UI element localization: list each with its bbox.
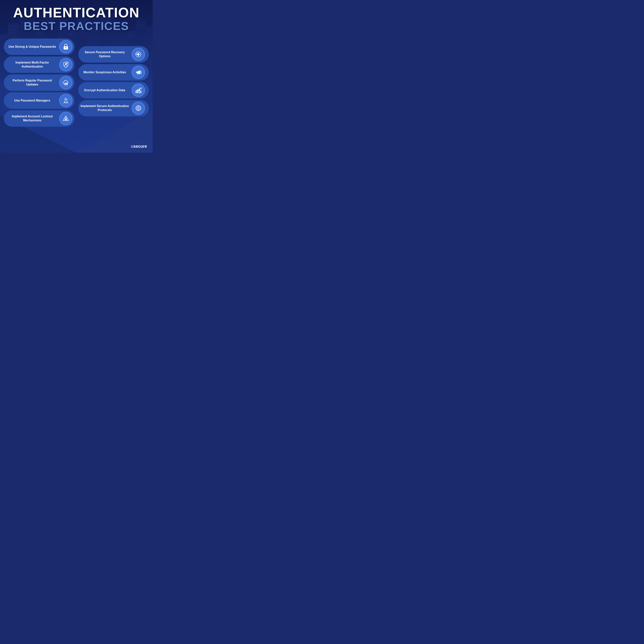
item-encrypt-data-label: Encrypt Authentication Data: [80, 88, 129, 92]
item-secure-protocols: Implement Secure Authentication Protocol…: [78, 100, 149, 116]
globe-icon-circle: [132, 102, 145, 115]
item-monitor-suspicious: Monitor Suspicious Activities: [78, 64, 149, 81]
svg-rect-109: [140, 92, 141, 93]
header-section: AUTHENTICATION BEST PRACTICES: [0, 0, 153, 35]
item-password-managers: Use Password Managers: [4, 92, 74, 109]
right-column: Secure Password Recovery Options Monitor…: [76, 39, 149, 127]
lock-icon: [62, 43, 69, 50]
svg-point-101: [66, 119, 66, 120]
main-container: AUTHENTICATION BEST PRACTICES Use Strong…: [0, 0, 153, 153]
content-area: Use Strong & Unique Passwords Implement …: [0, 37, 153, 129]
cloud-update-icon-circle: UPDATE: [59, 76, 73, 89]
title-line1: AUTHENTICATION: [6, 6, 147, 19]
brand-prefix: u: [131, 144, 133, 149]
gear-people-icon: [62, 97, 69, 104]
left-column: Use Strong & Unique Passwords Implement …: [4, 39, 76, 127]
plus-circle-arrow-icon: [135, 51, 142, 58]
chart-lock-icon-circle: [132, 84, 145, 97]
svg-rect-92: [66, 48, 66, 48]
brand-logo: usecure: [131, 144, 147, 149]
item-strong-passwords-label: Use Strong & Unique Passwords: [8, 45, 57, 49]
item-account-lockout: Implement Account Lockout Mechanisms: [4, 110, 74, 127]
item-secure-protocols-label: Implement Secure Authentication Protocol…: [80, 104, 129, 112]
globe-icon: [135, 105, 142, 112]
chart-lock-icon: [135, 87, 142, 94]
item-password-updates: Perform Regular Password Updates UPDATE: [4, 74, 74, 91]
shield-person-icon-circle: [59, 58, 73, 71]
plus-circle-arrow-icon-circle: [132, 48, 145, 61]
item-mfa-label: Implement Multi-Factor Authentication: [8, 61, 57, 69]
megaphone-icon-circle: [132, 66, 145, 79]
svg-point-93: [65, 63, 67, 65]
item-password-recovery-label: Secure Password Recovery Options: [80, 50, 129, 58]
item-password-updates-label: Perform Regular Password Updates: [8, 79, 57, 87]
svg-point-94: [66, 62, 68, 64]
item-account-lockout-label: Implement Account Lockout Mechanisms: [8, 114, 57, 123]
megaphone-icon: [135, 69, 142, 76]
item-encrypt-data: Encrypt Authentication Data: [78, 82, 149, 98]
item-mfa: Implement Multi-Factor Authentication: [4, 56, 74, 73]
triangle-lock-icon: [62, 115, 69, 122]
title-line2: BEST PRACTICES: [6, 20, 147, 32]
cloud-update-icon: UPDATE: [62, 79, 69, 86]
item-strong-passwords: Use Strong & Unique Passwords: [4, 39, 74, 55]
item-password-recovery: Secure Password Recovery Options: [78, 46, 149, 63]
brand-suffix: secure: [133, 144, 147, 149]
lock-icon-circle: [59, 40, 73, 53]
svg-rect-104: [137, 54, 140, 55]
svg-text:UPDATE: UPDATE: [64, 84, 68, 85]
item-monitor-suspicious-label: Monitor Suspicious Activities: [80, 70, 129, 74]
shield-person-icon: [62, 61, 69, 68]
gear-people-icon-circle: [59, 94, 73, 107]
item-password-managers-label: Use Password Managers: [8, 99, 57, 103]
svg-point-97: [65, 99, 67, 100]
triangle-lock-icon-circle: [59, 112, 73, 125]
